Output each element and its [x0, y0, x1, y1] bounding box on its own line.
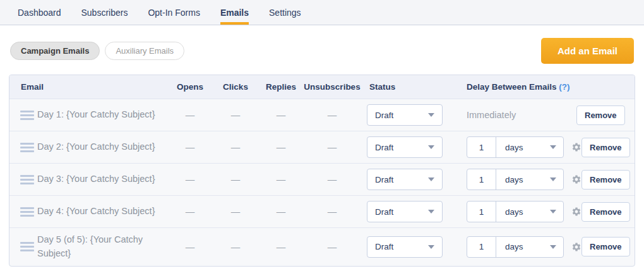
filter-auxiliary-emails[interactable]: Auxiliary Emails — [105, 42, 184, 60]
delay-help-link[interactable]: (?) — [559, 82, 569, 92]
unsubscribes-value: — — [304, 207, 361, 217]
table-row: Day 1: {Your Catchy Subject} — — — — Dra… — [9, 99, 635, 131]
chevron-down-icon — [550, 145, 556, 149]
remove-button[interactable]: Remove — [581, 170, 630, 190]
table-row: Day 5 (of 5): {Your Catchy Subject} — — … — [9, 228, 635, 266]
toolbar: Campaign Emails Auxiliary Emails Add an … — [0, 38, 644, 64]
gear-icon[interactable] — [571, 242, 581, 252]
email-subject: Day 4: {Your Catchy Subject} — [37, 205, 167, 219]
table-row: Day 2: {Your Catchy Subject} — — — — Dra… — [9, 131, 635, 164]
header-replies: Replies — [258, 82, 304, 92]
clicks-value: — — [213, 110, 258, 120]
delay-unit-dropdown[interactable]: days — [496, 237, 563, 257]
header-opens: Opens — [167, 82, 213, 92]
chevron-down-icon — [550, 245, 556, 249]
filter-campaign-emails[interactable]: Campaign Emails — [10, 42, 100, 60]
replies-value: — — [258, 174, 304, 184]
delay-value-input[interactable] — [467, 237, 496, 257]
delay-unit-value: days — [505, 207, 523, 217]
header-status: Status — [361, 82, 458, 92]
tab-emails[interactable]: Emails — [220, 0, 249, 25]
chevron-down-icon — [428, 145, 434, 149]
delay-value-input[interactable] — [467, 202, 496, 222]
chevron-down-icon — [550, 178, 556, 181]
status-value: Draft — [375, 242, 393, 251]
opens-value: — — [167, 207, 213, 217]
delay-unit-dropdown[interactable]: days — [496, 202, 563, 222]
unsubscribes-value: — — [304, 110, 361, 120]
remove-button[interactable]: Remove — [581, 138, 630, 157]
chevron-down-icon — [428, 210, 434, 214]
status-dropdown[interactable]: Draft — [367, 104, 443, 126]
emails-table: Email Opens Clicks Replies Unsubscribes … — [9, 75, 635, 267]
replies-value: — — [258, 110, 304, 120]
delay-value-input[interactable] — [467, 137, 496, 157]
header-delay: Delay Between Emails (?) — [458, 82, 576, 92]
delay-value-input[interactable] — [467, 169, 496, 190]
table-header-row: Email Opens Clicks Replies Unsubscribes … — [9, 75, 635, 99]
delay-unit-value: days — [505, 242, 523, 251]
replies-value: — — [258, 207, 304, 217]
gear-icon[interactable] — [571, 174, 581, 184]
delay-immediately-label: Immediately — [467, 110, 516, 120]
email-type-filter: Campaign Emails Auxiliary Emails — [10, 42, 184, 60]
opens-value: — — [167, 142, 213, 152]
email-subject: Day 3: {Your Catchy Subject} — [37, 172, 167, 186]
drag-handle-icon[interactable] — [20, 143, 34, 152]
opens-value: — — [167, 174, 213, 184]
drag-handle-icon[interactable] — [20, 242, 34, 251]
status-value: Draft — [375, 207, 393, 217]
table-row: Day 4: {Your Catchy Subject} — — — — Dra… — [9, 196, 635, 228]
clicks-value: — — [213, 242, 258, 252]
email-subject: Day 2: {Your Catchy Subject} — [37, 140, 167, 154]
header-email: Email — [9, 82, 167, 92]
delay-unit-dropdown[interactable]: days — [496, 169, 563, 190]
drag-handle-icon[interactable] — [20, 175, 34, 184]
unsubscribes-value: — — [304, 174, 361, 184]
status-dropdown[interactable]: Draft — [367, 201, 443, 222]
header-unsubscribes: Unsubscribes — [304, 82, 361, 92]
status-value: Draft — [375, 111, 393, 120]
opens-value: — — [167, 110, 213, 120]
tab-dashboard[interactable]: Dashboard — [18, 0, 61, 25]
drag-handle-icon[interactable] — [20, 111, 34, 120]
replies-value: — — [258, 142, 304, 152]
email-subject: Day 1: {Your Catchy Subject} — [37, 108, 167, 122]
status-value: Draft — [375, 175, 393, 184]
clicks-value: — — [213, 207, 258, 217]
remove-button[interactable]: Remove — [581, 202, 630, 222]
remove-button[interactable]: Remove — [576, 105, 625, 125]
email-subject: Day 5 (of 5): {Your Catchy Subject} — [37, 233, 167, 261]
delay-unit-value: days — [505, 143, 523, 152]
add-email-button[interactable]: Add an Email — [541, 38, 634, 64]
tab-settings[interactable]: Settings — [269, 0, 301, 25]
unsubscribes-value: — — [304, 142, 361, 152]
table-row: Day 3: {Your Catchy Subject} — — — — Dra… — [9, 164, 635, 196]
delay-unit-dropdown[interactable]: days — [496, 137, 563, 157]
status-dropdown[interactable]: Draft — [367, 236, 443, 258]
clicks-value: — — [213, 174, 258, 184]
status-dropdown[interactable]: Draft — [367, 169, 443, 190]
header-delay-label: Delay Between Emails — [467, 82, 557, 92]
drag-handle-icon[interactable] — [20, 207, 34, 217]
chevron-down-icon — [550, 210, 556, 214]
chevron-down-icon — [428, 245, 434, 249]
remove-button[interactable]: Remove — [581, 237, 630, 256]
replies-value: — — [258, 242, 304, 252]
status-value: Draft — [375, 143, 393, 152]
chevron-down-icon — [428, 178, 434, 181]
tab-subscribers[interactable]: Subscribers — [81, 0, 128, 25]
tab-opt-in-forms[interactable]: Opt-In Forms — [148, 0, 200, 25]
status-dropdown[interactable]: Draft — [367, 136, 443, 158]
chevron-down-icon — [428, 113, 434, 117]
opens-value: — — [167, 242, 213, 252]
unsubscribes-value: — — [304, 242, 361, 252]
top-navbar: Dashboard Subscribers Opt-In Forms Email… — [0, 0, 644, 25]
clicks-value: — — [213, 142, 258, 152]
header-clicks: Clicks — [213, 82, 258, 92]
gear-icon[interactable] — [571, 142, 581, 152]
delay-unit-value: days — [505, 175, 523, 184]
gear-icon[interactable] — [571, 207, 581, 217]
